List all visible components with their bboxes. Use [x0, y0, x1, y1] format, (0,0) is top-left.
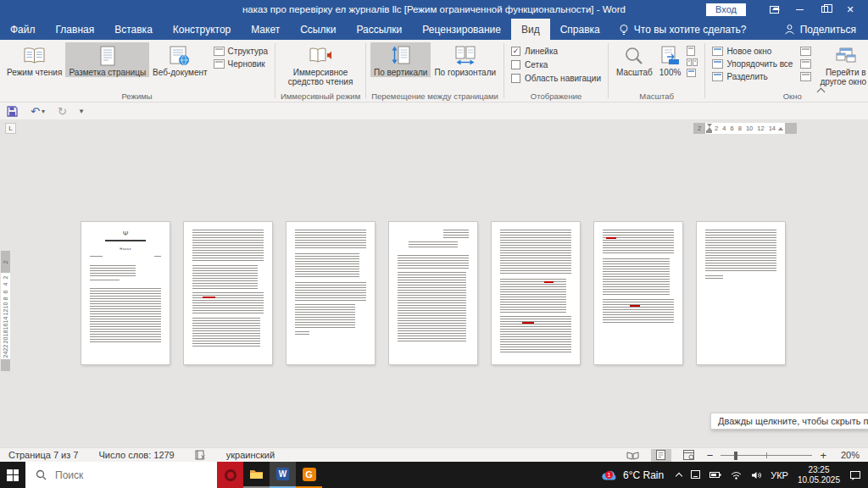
taskbar-search[interactable] — [25, 462, 217, 488]
indent-markers[interactable] — [705, 124, 712, 133]
date: 10.05.2025 — [798, 475, 840, 485]
minimize-button[interactable] — [787, 0, 812, 19]
tab-review[interactable]: Рецензирование — [412, 19, 511, 40]
zoom-out-button[interactable]: − — [707, 450, 714, 461]
tab-view[interactable]: Вид — [511, 19, 550, 40]
tab-design[interactable]: Конструктор — [163, 19, 241, 40]
proofing-status[interactable] — [195, 450, 206, 460]
page-thumbnail-6[interactable] — [594, 222, 682, 364]
tablet-mode-icon[interactable] — [691, 470, 700, 480]
weather-widget[interactable]: 1 6°C Rain — [597, 469, 667, 481]
clock[interactable]: 23:25 10.05.2025 — [798, 465, 840, 485]
word-icon[interactable]: W — [270, 462, 296, 488]
tray-expand-button[interactable] — [676, 471, 682, 479]
read-mode-view-button[interactable] — [623, 449, 643, 462]
immersive-reader-button[interactable]: Иммерсивное средство чтения — [280, 42, 361, 86]
page-number-status[interactable]: Страница 7 из 7 — [8, 450, 78, 460]
switch-windows-button[interactable]: Перейти в другое окно▾ — [816, 42, 868, 86]
page-thumbnail-5[interactable] — [492, 222, 580, 364]
side-to-side-button[interactable]: По горизонтали — [431, 42, 499, 77]
outline-button[interactable]: Структура — [214, 47, 268, 56]
zoom-slider-thumb[interactable] — [734, 452, 737, 460]
tab-selector[interactable]: L — [5, 123, 16, 134]
language-indicator[interactable]: УКР — [771, 470, 788, 480]
ribbon-display-options-button[interactable] — [761, 0, 787, 19]
restore-button[interactable] — [812, 0, 837, 19]
ruler-number: 22 — [3, 344, 8, 351]
start-button[interactable] — [0, 462, 25, 488]
reset-window-position-button[interactable] — [800, 72, 811, 81]
read-mode-icon — [23, 47, 46, 65]
tab-insert[interactable]: Вставка — [104, 19, 163, 40]
close-button[interactable]: ✕ — [837, 0, 863, 19]
tab-home[interactable]: Главная — [46, 19, 105, 40]
draft-button[interactable]: Черновик — [214, 59, 268, 69]
page-thumbnail-1[interactable]: Ψ Наказ — [81, 222, 170, 364]
split-button[interactable]: Разделить — [712, 72, 793, 81]
tab-file[interactable]: Файл — [0, 19, 46, 40]
page-thumbnail-4[interactable] — [389, 222, 477, 364]
group-show: ✓ Линейка Сетка Область навигации Отобра… — [505, 40, 607, 102]
tab-mailings[interactable]: Рассылки — [346, 19, 412, 40]
view-side-by-side-button[interactable] — [800, 47, 811, 56]
h-ruler-numbers: 2468101214 — [712, 125, 778, 132]
magnifier-icon — [624, 46, 644, 66]
arrange-all-button[interactable]: Упорядочить все — [712, 59, 793, 69]
file-explorer-icon[interactable] — [243, 462, 270, 488]
text-lines — [603, 299, 674, 324]
arrange-all-icon — [712, 59, 723, 69]
tell-me-box[interactable]: Что вы хотите сделать? — [610, 19, 755, 40]
zoom-in-button[interactable]: + — [820, 450, 826, 461]
synchronous-scrolling-button[interactable] — [800, 59, 811, 69]
tracked-change-mark — [522, 322, 534, 324]
text-lines — [500, 316, 571, 353]
multiple-pages-button[interactable] — [687, 58, 698, 66]
one-page-button[interactable] — [687, 46, 695, 56]
web-layout-view-button[interactable] — [679, 449, 699, 462]
navigation-pane-checkbox-label: Область навигации — [525, 74, 601, 83]
notification-badge: 1 — [605, 471, 613, 479]
zoom-100-icon — [660, 46, 681, 66]
page-thumbnail-2[interactable] — [184, 222, 272, 364]
share-button[interactable]: Поделиться — [784, 19, 868, 40]
tracked-change-mark — [544, 281, 554, 283]
language-status[interactable]: украинский — [226, 450, 275, 460]
right-indent-marker[interactable] — [778, 127, 783, 130]
save-button[interactable] — [7, 106, 18, 117]
print-layout-button[interactable]: Разметка страницы — [65, 42, 149, 77]
volume-icon[interactable] — [751, 471, 761, 480]
read-mode-button[interactable]: Режим чтения — [3, 42, 65, 77]
zoom-percentage[interactable]: 20% — [834, 450, 860, 460]
page-thumbnail-3[interactable] — [287, 222, 375, 364]
search-input[interactable] — [55, 469, 191, 481]
ribbon-options-icon — [770, 6, 779, 14]
wifi-icon[interactable] — [731, 471, 742, 480]
ribbon-tab-bar: Файл Главная Вставка Конструктор Макет С… — [0, 19, 868, 40]
qat-customize-button[interactable]: ▾ — [80, 106, 84, 117]
ruler-checkbox[interactable]: ✓ Линейка — [511, 47, 601, 56]
zoom-slider[interactable] — [721, 449, 812, 462]
zoom-button[interactable]: Масштаб — [613, 42, 656, 77]
sign-in-button[interactable]: Вход — [706, 3, 746, 16]
opera-icon[interactable] — [217, 462, 243, 488]
web-layout-button[interactable]: Веб-документ — [149, 42, 211, 77]
orange-app-icon[interactable]: G — [296, 462, 322, 488]
zoom-100-button[interactable]: 100% — [656, 42, 685, 77]
battery-icon[interactable] — [709, 471, 721, 479]
tab-layout[interactable]: Макет — [241, 19, 290, 40]
redo-button[interactable]: ↻ — [58, 106, 67, 117]
page-thumbnail-7[interactable] — [697, 222, 785, 364]
gridlines-checkbox[interactable]: Сетка — [511, 60, 601, 69]
navigation-pane-checkbox[interactable]: Область навигации — [511, 74, 601, 83]
tab-references[interactable]: Ссылки — [290, 19, 346, 40]
vertical-ruler[interactable]: 2 24681012141618202224 — [1, 251, 10, 371]
horizontal-ruler[interactable]: 2 2468101214 — [693, 123, 797, 134]
page-width-button[interactable] — [687, 69, 696, 77]
action-center-button[interactable] — [849, 470, 861, 480]
undo-button[interactable]: ↶▾ — [31, 106, 45, 117]
word-count-status[interactable]: Число слов: 1279 — [98, 450, 174, 460]
print-layout-view-button[interactable] — [651, 449, 671, 462]
vertical-movement-button[interactable]: По вертикали — [370, 42, 431, 77]
tab-help[interactable]: Справка — [550, 19, 610, 40]
new-window-button[interactable]: Новое окно — [712, 47, 793, 56]
